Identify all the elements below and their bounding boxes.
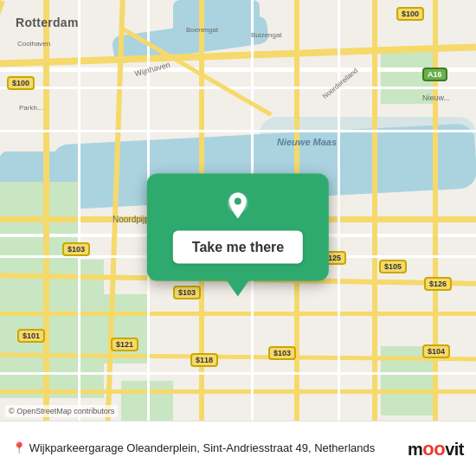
highway-shield-s100_left: $100 [7,76,35,90]
bottom-bar: 📍 Wijkparkeergarage Oleanderplein, Sint-… [0,421,476,476]
address-block: 📍 Wijkparkeergarage Oleanderplein, Sint-… [12,441,397,456]
road-sm-h1 [0,87,476,89]
highway-shield-s100_top: $100 [396,7,424,21]
nieuw-label: Nieuw... [422,93,450,102]
highway-shield-a16: A16 [422,68,447,81]
road-h6 [0,312,476,316]
north-label: Noordpijp [113,215,150,224]
highway-shield-s103_2: $103 [173,286,201,299]
highway-shield-s126: $126 [424,277,452,291]
coolhaven-label: Coolhaven [17,40,50,48]
highway-shield-s105: $105 [379,260,407,273]
road-v5 [372,0,377,433]
take-me-there-button[interactable]: Take me there [173,231,303,264]
road-sm-h4 [0,372,476,375]
popup-bubble: Take me there [147,174,329,281]
road-diag-1 [0,0,5,164]
boerengat-label: Boerengat [186,26,218,34]
highway-shield-s121: $121 [111,338,138,351]
map-container: Rotterdam Nieuwe Maas Noordpijp Wijnhave… [0,0,476,476]
parkh-label: Parkh... [19,104,43,112]
pin-emoji: 📍 [12,441,26,454]
osm-attribution: © OpenStreetMap contributors [5,405,118,417]
wijnhaven-label: Wijnhaven [133,61,170,79]
road-sm-v4 [338,0,340,433]
highway-shield-s101: $101 [17,329,45,343]
location-pin-icon [222,191,254,222]
highway-shield-s103_1: $103 [62,242,90,256]
road-sm-v1 [78,0,80,433]
moovit-logo: moovit [408,438,464,460]
highway-shield-s118: $118 [190,353,218,367]
highway-shield-s104: $104 [422,344,450,358]
address-text: 📍 Wijkparkeergarage Oleanderplein, Sint-… [12,441,397,456]
river-label-maas: Nieuwe Maas [277,137,337,147]
road-v1 [43,0,49,433]
svg-point-1 [235,198,241,205]
city-label: Rotterdam [16,16,79,29]
address-label: Wijkparkeergarage Oleanderplein, Sint-An… [29,441,376,454]
highway-shield-s103_3: $103 [268,346,296,360]
buizengat-label: Buizengat [251,31,282,39]
road-h8 [0,389,476,394]
road-sm-h2 [0,130,476,132]
moovit-logo-text: moovit [408,438,464,460]
road-h2 [0,68,476,72]
road-v6 [433,0,438,433]
moovit-dot: oo [422,438,445,460]
popup-overlay: Take me there [147,174,329,281]
